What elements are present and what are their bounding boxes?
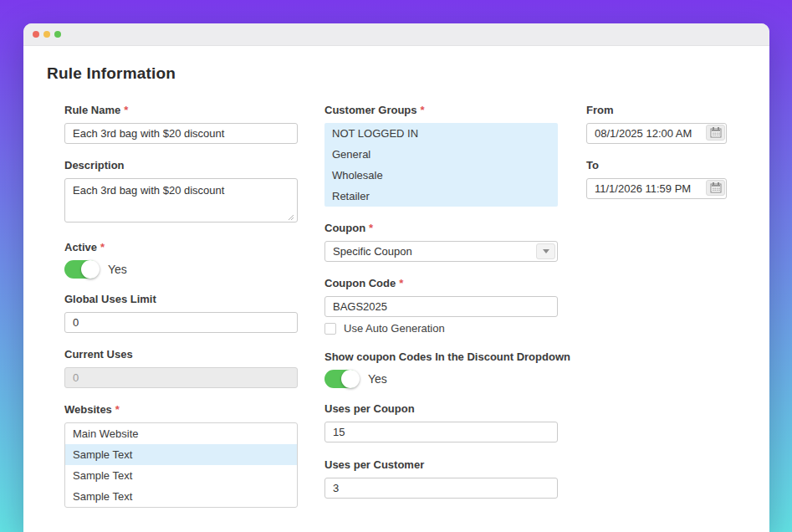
toggle-knob xyxy=(81,260,100,279)
websites-option-selected[interactable]: Sample Text xyxy=(65,444,297,465)
websites-label: Websites* xyxy=(64,403,298,417)
coupon-code-input[interactable] xyxy=(324,296,558,317)
field-current-uses: Current Uses xyxy=(64,348,298,388)
uses-per-coupon-label: Uses per Coupon xyxy=(324,402,558,416)
from-label-text: From xyxy=(586,104,614,116)
field-coupon: Coupon* Specific Coupon xyxy=(324,222,558,262)
description-label: Description xyxy=(64,159,298,172)
rule-name-label: Rule Name* xyxy=(64,104,298,117)
customer-groups-option[interactable]: Retailer xyxy=(324,186,558,207)
field-rule-name: Rule Name* xyxy=(64,104,298,144)
show-coupon-codes-toggle[interactable] xyxy=(324,370,359,388)
coupon-label: Coupon* xyxy=(324,222,558,235)
current-uses-label: Current Uses xyxy=(64,348,298,361)
calendar-icon xyxy=(710,182,722,193)
use-auto-generation-label: Use Auto Generation xyxy=(344,322,445,335)
window-maximize-button[interactable] xyxy=(54,31,61,38)
from-label: From xyxy=(586,104,727,117)
customer-groups-listbox[interactable]: NOT LOGGED IN General Wholesale Retailer xyxy=(324,123,558,207)
coupon-select-arrow-button[interactable] xyxy=(536,243,555,259)
websites-label-text: Websites xyxy=(64,403,112,416)
active-toggle[interactable] xyxy=(64,260,99,279)
uses-per-customer-input[interactable] xyxy=(324,478,558,499)
required-marker: * xyxy=(369,222,373,234)
coupon-label-text: Coupon xyxy=(324,222,365,234)
required-marker: * xyxy=(124,104,128,116)
customer-groups-option[interactable]: Wholesale xyxy=(324,165,558,186)
description-textarea-wrap: Each 3rd bag with $20 discount xyxy=(64,178,298,226)
page-title: Rule Information xyxy=(47,64,176,83)
coupon-code-label: Coupon Code* xyxy=(324,277,558,290)
use-auto-generation-row[interactable]: Use Auto Generation xyxy=(324,322,558,335)
window-minimize-button[interactable] xyxy=(43,31,50,38)
required-marker: * xyxy=(399,277,403,289)
field-coupon-code: Coupon Code* xyxy=(324,277,558,317)
field-uses-per-customer: Uses per Customer xyxy=(324,458,558,499)
show-coupon-codes-toggle-row: Yes xyxy=(324,370,558,388)
field-from-date: From xyxy=(586,104,727,144)
to-calendar-button[interactable] xyxy=(706,180,725,196)
current-uses-input xyxy=(64,367,298,388)
window-close-button[interactable] xyxy=(33,31,39,38)
show-coupon-codes-label: Show coupon Codes In the Discount Dropdo… xyxy=(324,350,558,364)
window-titlebar xyxy=(23,23,769,46)
description-label-text: Description xyxy=(64,159,125,171)
customer-groups-option[interactable]: NOT LOGGED IN xyxy=(324,123,558,144)
calendar-icon xyxy=(710,127,722,138)
rule-name-label-text: Rule Name xyxy=(64,104,120,116)
description-textarea[interactable]: Each 3rd bag with $20 discount xyxy=(64,178,298,223)
uses-per-customer-label-text: Uses per Customer xyxy=(324,458,424,471)
uses-per-coupon-label-text: Uses per Coupon xyxy=(324,402,415,415)
active-label-text: Active xyxy=(64,241,97,253)
coupon-code-label-text: Coupon Code xyxy=(324,277,396,289)
from-calendar-button[interactable] xyxy=(706,125,725,141)
customer-groups-label-text: Customer Groups xyxy=(324,104,417,116)
from-datebox xyxy=(586,123,727,144)
use-auto-generation-checkbox[interactable] xyxy=(324,323,336,335)
show-coupon-codes-label-text: Show coupon Codes In the Discount Dropdo… xyxy=(324,350,570,363)
toggle-knob xyxy=(341,370,360,388)
uses-per-customer-label: Uses per Customer xyxy=(324,458,558,472)
chevron-down-icon xyxy=(543,249,549,253)
active-label: Active* xyxy=(64,241,298,254)
active-toggle-row: Yes xyxy=(64,260,298,279)
required-marker: * xyxy=(421,104,425,116)
global-uses-limit-input[interactable] xyxy=(64,312,298,333)
field-to-date: To xyxy=(586,159,727,199)
active-toggle-state: Yes xyxy=(108,263,127,276)
form-column-middle: Customer Groups* NOT LOGGED IN General W… xyxy=(324,104,558,514)
to-datebox xyxy=(586,178,727,199)
field-show-coupon-codes: Show coupon Codes In the Discount Dropdo… xyxy=(324,350,558,388)
required-marker: * xyxy=(100,241,105,253)
rule-name-input[interactable] xyxy=(64,123,298,144)
uses-per-coupon-input[interactable] xyxy=(324,422,558,442)
field-uses-per-coupon: Uses per Coupon xyxy=(324,402,558,442)
current-uses-label-text: Current Uses xyxy=(64,348,133,361)
coupon-select-value: Specific Coupon xyxy=(333,245,412,258)
form-column-left: Rule Name* Description Each 3rd bag with… xyxy=(64,104,298,523)
global-uses-limit-label: Global Uses Limit xyxy=(64,293,298,306)
required-marker: * xyxy=(115,403,120,416)
field-websites: Websites* Main Website Sample Text Sampl… xyxy=(64,403,298,508)
field-description: Description Each 3rd bag with $20 discou… xyxy=(64,159,298,226)
websites-option[interactable]: Main Website xyxy=(65,423,297,444)
websites-option[interactable]: Sample Text xyxy=(65,465,297,486)
field-global-uses-limit: Global Uses Limit xyxy=(64,293,298,333)
field-customer-groups: Customer Groups* NOT LOGGED IN General W… xyxy=(324,104,558,207)
customer-groups-label: Customer Groups* xyxy=(324,104,558,117)
show-coupon-codes-toggle-state: Yes xyxy=(368,372,387,386)
field-active: Active* Yes xyxy=(64,241,298,279)
global-uses-limit-label-text: Global Uses Limit xyxy=(64,293,156,305)
to-label-text: To xyxy=(586,159,599,171)
customer-groups-option[interactable]: General xyxy=(324,144,558,165)
websites-listbox[interactable]: Main Website Sample Text Sample Text Sam… xyxy=(64,422,298,508)
to-label: To xyxy=(586,159,727,172)
coupon-select[interactable]: Specific Coupon xyxy=(324,241,558,262)
form-column-right: From xyxy=(586,104,727,214)
websites-option[interactable]: Sample Text xyxy=(65,486,297,507)
app-window: Rule Information Rule Name* Description … xyxy=(23,23,769,532)
form-content: Rule Information Rule Name* Description … xyxy=(23,46,769,531)
